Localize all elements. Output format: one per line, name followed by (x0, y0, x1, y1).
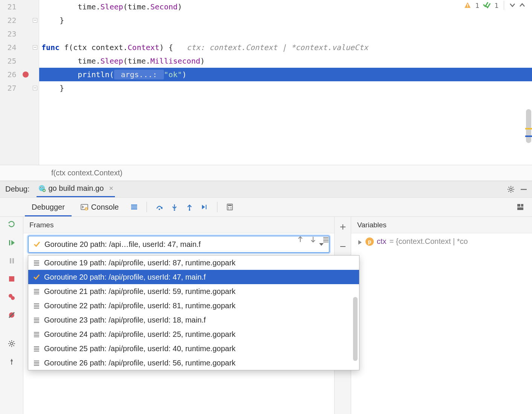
run-config-name: go build main.go (49, 184, 104, 193)
breakpoint-gutter[interactable] (19, 72, 33, 78)
threads-button[interactable] (128, 201, 141, 213)
pin-button[interactable] (5, 355, 18, 368)
fold-icon[interactable] (33, 86, 37, 90)
code-area[interactable]: time.Sleep(time.Second) }func f(ctx cont… (39, 0, 532, 165)
goroutine-selected-text: Goroutine 20 path: /api…file, userId: 47… (44, 240, 315, 249)
stop-button[interactable] (5, 272, 18, 285)
chevron-down-icon[interactable] (509, 2, 515, 8)
gear-icon[interactable] (507, 186, 515, 193)
expand-icon[interactable] (356, 239, 362, 245)
fold-icon[interactable] (33, 45, 37, 50)
stack-icon (33, 288, 40, 295)
stack-icon (33, 259, 40, 266)
gear-icon (8, 340, 15, 347)
goroutine-option[interactable]: Goroutine 24 path: /api/profile, userId:… (28, 327, 359, 341)
code-line[interactable] (39, 27, 532, 41)
remove-watch-button[interactable] (336, 240, 349, 253)
goroutine-option[interactable]: Goroutine 21 path: /api/profile, userId:… (28, 284, 359, 298)
line-number: 26 (0, 68, 19, 81)
breakpoints-button[interactable] (5, 291, 18, 303)
fold-icon[interactable] (33, 18, 37, 23)
step-out-icon (186, 203, 193, 211)
variables-title: Variables (351, 217, 532, 233)
checkmark-icon (33, 240, 41, 248)
layout-icon (517, 203, 524, 211)
step-over-icon (156, 203, 163, 211)
close-tab-icon[interactable]: × (107, 184, 113, 193)
line-number: 22 (0, 14, 19, 27)
stop-icon (8, 275, 15, 283)
variable-value: = {context.Context | *co (390, 237, 468, 246)
rerun-button[interactable] (5, 218, 18, 231)
variables-pane: Variables p ctx = {context.Context | *co (351, 217, 532, 414)
mute-breakpoints-button[interactable] (5, 309, 18, 321)
line-number: 25 (0, 54, 19, 68)
breakpoint-icon[interactable] (23, 72, 29, 78)
step-into-icon (171, 203, 178, 211)
code-line[interactable]: time.Sleep(time.Second) (39, 0, 532, 14)
run-to-cursor-icon (201, 203, 208, 211)
add-watch-button[interactable] (336, 221, 349, 233)
evaluate-button[interactable] (223, 201, 236, 213)
pause-icon (8, 257, 15, 265)
goroutine-selector[interactable]: Goroutine 20 path: /api…file, userId: 47… (28, 236, 330, 253)
step-out-button[interactable] (183, 201, 196, 213)
goroutine-option[interactable]: Goroutine 23 path: /api/profile, userId:… (28, 313, 359, 327)
code-line[interactable]: } (39, 81, 532, 95)
code-editor[interactable]: 21 22 23 24 25 26 (0, 0, 532, 165)
line-number: 21 (0, 0, 19, 14)
line-number: 23 (0, 27, 19, 41)
stack-icon (33, 345, 40, 352)
breadcrumb[interactable]: f(ctx context.Context) (0, 165, 532, 181)
code-line[interactable]: time.Sleep(time.Millisecond) (39, 54, 532, 68)
goroutine-dropdown[interactable]: Goroutine 19 path: /api/profile, userId:… (28, 255, 359, 370)
resume-button[interactable] (5, 236, 18, 249)
resume-icon (8, 239, 15, 247)
variable-name: ctx (377, 237, 387, 246)
dropdown-scrollbar[interactable] (353, 297, 358, 361)
calculator-icon (226, 203, 234, 211)
rerun-icon (8, 221, 15, 228)
run-to-cursor-button[interactable] (198, 201, 211, 213)
goroutine-option[interactable]: Goroutine 22 path: /api/profile, userId:… (28, 298, 359, 313)
settings-button[interactable] (5, 337, 18, 350)
warning-icon (464, 2, 471, 9)
layout-button[interactable] (514, 201, 527, 213)
frames-pane: Frames Goroutine 20 path: /api…file, use… (23, 217, 335, 414)
goroutine-option[interactable]: Goroutine 19 path: /api/profile, userId:… (28, 256, 359, 270)
inspection-widget[interactable]: 1 1 (464, 1, 525, 10)
run-config-tab[interactable]: go build main.go × (37, 181, 115, 197)
threads-icon (130, 203, 138, 211)
gutter: 21 22 23 24 25 26 (0, 0, 39, 165)
prev-frame-button[interactable] (297, 236, 304, 243)
gopher-icon (38, 184, 46, 192)
frame-filter-button[interactable] (322, 236, 330, 243)
breakpoints-icon (8, 293, 15, 301)
debug-label: Debug: (5, 185, 30, 193)
line-number: 24 (0, 41, 19, 54)
minus-icon (339, 243, 347, 250)
goroutine-option[interactable]: Goroutine 26 path: /api/profile, userId:… (28, 356, 359, 370)
next-frame-button[interactable] (309, 236, 317, 243)
goroutine-option[interactable]: Goroutine 20 path: /api/profile, userId:… (28, 270, 359, 284)
line-number: 27 (0, 81, 19, 95)
variable-row[interactable]: p ctx = {context.Context | *co (356, 237, 527, 246)
stack-icon (33, 316, 40, 324)
code-line[interactable]: println( args...: "ok") (39, 68, 532, 81)
mute-icon (8, 311, 15, 319)
plus-icon (339, 223, 347, 231)
step-into-button[interactable] (168, 201, 181, 213)
code-line[interactable]: } (39, 14, 532, 27)
goroutine-option[interactable]: Goroutine 25 path: /api/profile, userId:… (28, 341, 359, 356)
code-line[interactable]: func f(ctx context.Context) { ctx: conte… (39, 41, 532, 54)
debugger-toolbar: Debugger Console (0, 197, 532, 217)
debug-left-rail (0, 217, 23, 414)
step-over-button[interactable] (153, 201, 166, 213)
tab-console[interactable]: Console (74, 198, 125, 216)
minimize-icon[interactable] (520, 186, 527, 193)
warning-count: 1 (475, 2, 479, 9)
checkmark-icon (33, 273, 40, 281)
chevron-up-icon[interactable] (519, 2, 525, 8)
tab-debugger[interactable]: Debugger (25, 198, 72, 216)
pause-button[interactable] (5, 254, 18, 267)
